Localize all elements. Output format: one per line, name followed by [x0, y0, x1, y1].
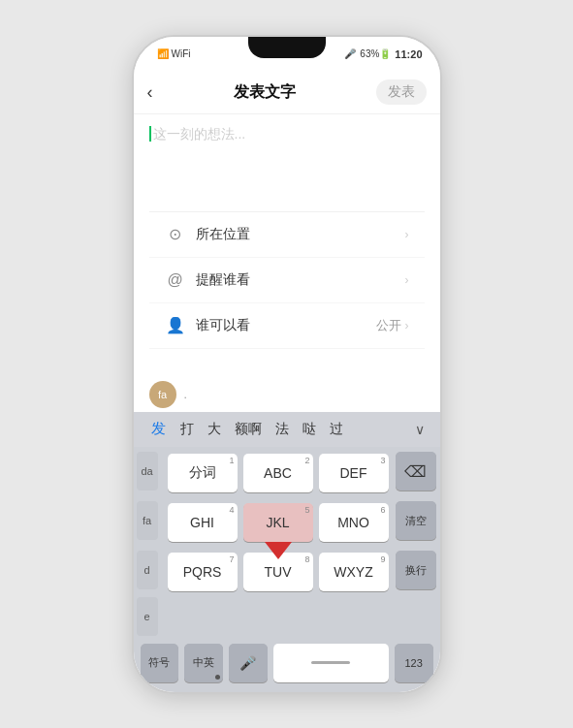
- keyboard-bottom-row: 符号 中英 🎤 123: [134, 638, 440, 692]
- avatar-row: fa .: [134, 373, 440, 412]
- avatar-hint: .: [184, 388, 187, 401]
- visibility-icon: 👤: [165, 315, 186, 336]
- keys-row-2: 4 GHI 5 JKL 6 MNO: [161, 496, 396, 546]
- keyboard-row-2-wrapper: fa 4 GHI 5 JKL 6 MNO: [134, 496, 440, 546]
- pinyin-expand-button[interactable]: ∨: [409, 420, 430, 439]
- location-arrow: ›: [405, 228, 409, 241]
- visibility-menu-item[interactable]: 👤 谁可以看 公开 ›: [149, 303, 425, 349]
- placeholder-text: 这一刻的想法...: [153, 126, 246, 142]
- keyboard-row-2: 4 GHI 5 JKL 6 MNO: [161, 496, 396, 546]
- location-icon: ⊙: [165, 224, 186, 245]
- backspace-key[interactable]: ⌫: [396, 452, 436, 491]
- text-input[interactable]: 这一刻的想法...: [149, 126, 425, 204]
- right-col-3: 换行: [396, 549, 440, 591]
- key-mno[interactable]: 6 MNO: [319, 503, 389, 542]
- mic-key[interactable]: 🎤: [229, 644, 268, 682]
- avatar-text: fa: [158, 389, 167, 400]
- keyboard-row-1-wrapper: da 1 分词 2 ABC 3 DEF: [134, 447, 440, 496]
- app-header: ‹ 发表文字 发表: [134, 72, 440, 114]
- pinyin-candidate-2[interactable]: 大: [201, 419, 228, 440]
- pinyin-candidate-4[interactable]: 法: [269, 419, 296, 440]
- keys-row-1: 1 分词 2 ABC 3 DEF: [161, 447, 396, 496]
- red-arrow-indicator: [265, 542, 292, 559]
- pinyin-candidate-6[interactable]: 过: [323, 419, 350, 440]
- keys-row-4: [161, 614, 396, 619]
- menu-list: ⊙ 所在位置 › @ 提醒谁看 › 👤 谁可以看 公开 ›: [149, 211, 425, 349]
- pinyin-candidate-1[interactable]: 打: [174, 419, 201, 440]
- side-key-e: e: [137, 597, 158, 636]
- pinyin-candidate-5[interactable]: 哒: [296, 419, 323, 440]
- cn-dot: [215, 675, 220, 680]
- mention-menu-item[interactable]: @ 提醒谁看 ›: [149, 258, 425, 303]
- key-fenchi[interactable]: 1 分词: [168, 454, 238, 492]
- visibility-label: 谁可以看: [196, 317, 376, 334]
- keyboard: da 1 分词 2 ABC 3 DEF: [134, 447, 440, 692]
- signal-icon: 📶: [157, 48, 169, 59]
- clear-key[interactable]: 清空: [396, 501, 436, 540]
- space-key[interactable]: [273, 644, 389, 682]
- key-ghi[interactable]: 4 GHI: [168, 503, 238, 542]
- space-indicator: [311, 661, 350, 664]
- phone-frame: 📶 WiFi 🎤 63%🔋 11:20 ‹ 发表文字 发表 这一刻的想法... …: [132, 35, 442, 694]
- side-col-left-1: da: [134, 450, 161, 492]
- mention-label: 提醒谁看: [196, 271, 405, 289]
- cn-key[interactable]: 中英: [184, 644, 223, 682]
- notch: [248, 37, 326, 58]
- right-col-1: ⌫: [396, 450, 440, 492]
- visibility-arrow: ›: [405, 319, 409, 332]
- cursor: [149, 126, 151, 142]
- right-col-2: 清空: [396, 499, 440, 542]
- pinyin-bar: 发 打 大 额啊 法 哒 过 ∨: [134, 412, 440, 447]
- wifi-icon: WiFi: [172, 48, 191, 59]
- publish-button[interactable]: 发表: [376, 79, 427, 105]
- time-display: 11:20: [395, 48, 422, 60]
- pinyin-candidate-3[interactable]: 额啊: [228, 419, 269, 440]
- key-jkl[interactable]: 5 JKL: [243, 503, 313, 542]
- avatar: fa: [149, 381, 176, 408]
- keyboard-row-4-wrapper: e: [134, 595, 440, 638]
- page-title: 发表文字: [234, 82, 296, 103]
- mention-icon: @: [165, 269, 186, 291]
- status-right: 🎤 63%🔋 11:20: [344, 48, 422, 60]
- keyboard-row-1: 1 分词 2 ABC 3 DEF: [161, 447, 396, 496]
- location-menu-item[interactable]: ⊙ 所在位置 ›: [149, 212, 425, 258]
- symbol-key[interactable]: 符号: [141, 644, 179, 682]
- side-col-left-3: d: [134, 549, 161, 591]
- key-wxyz[interactable]: 9 WXYZ: [319, 553, 389, 591]
- location-label: 所在位置: [196, 226, 405, 243]
- key-pqrs[interactable]: 7 PQRS: [168, 553, 238, 591]
- pinyin-candidate-0[interactable]: 发: [143, 418, 174, 440]
- key-def[interactable]: 3 DEF: [319, 454, 389, 492]
- num-key[interactable]: 123: [395, 644, 433, 682]
- visibility-value: 公开: [376, 317, 401, 334]
- side-key-da: da: [137, 452, 158, 491]
- enter-key[interactable]: 换行: [396, 551, 436, 589]
- mention-arrow: ›: [405, 273, 409, 287]
- side-col-left-2: fa: [134, 499, 161, 542]
- key-abc[interactable]: 2 ABC: [243, 454, 313, 492]
- side-col-left-4: e: [134, 595, 161, 638]
- status-left: 📶 WiFi: [157, 48, 191, 59]
- side-key-d: d: [137, 551, 158, 589]
- side-key-fa: fa: [137, 501, 158, 540]
- battery-status: 63%🔋: [360, 48, 391, 59]
- content-area: 这一刻的想法... ⊙ 所在位置 › @ 提醒谁看 › 👤 谁可以看 公开 ›: [134, 114, 440, 373]
- mic-status: 🎤: [344, 48, 356, 59]
- back-button[interactable]: ‹: [147, 82, 153, 103]
